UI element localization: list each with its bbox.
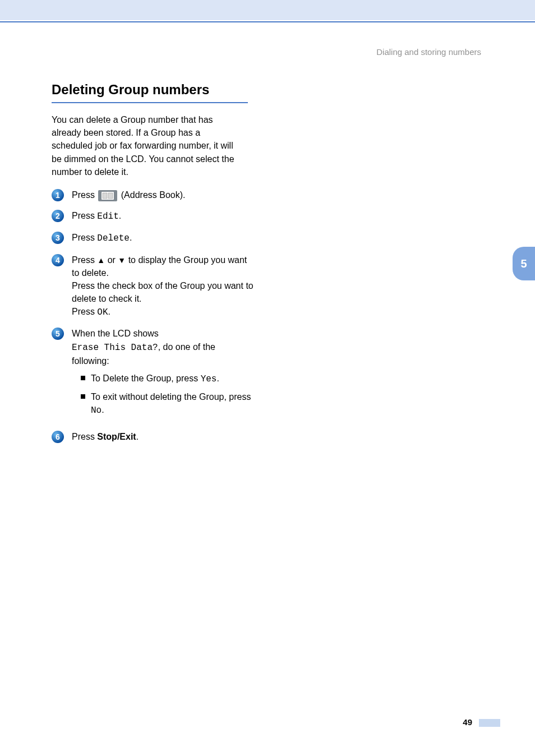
step-number-3-icon: 3 [52, 232, 64, 244]
svg-text:2: 2 [56, 211, 60, 220]
step-6-post: . [136, 432, 139, 441]
step-6-bold: Stop/Exit [97, 432, 136, 441]
step-4-l1b: or [105, 255, 118, 265]
step-5-bullet-2: To exit without deleting the Group, pres… [81, 390, 253, 417]
step-5-bullet-1: To Delete the Group, press Yes. [81, 372, 253, 386]
step-6-body: Press Stop/Exit. [72, 430, 253, 443]
address-book-icon [98, 190, 117, 201]
step-5-b1a: To Delete the Group, press [91, 374, 201, 383]
step-number-1-icon: 1 [52, 189, 64, 201]
page-number: 49 [463, 717, 472, 727]
step-5-b1b: . [216, 374, 219, 383]
up-arrow-icon: ▲ [97, 256, 105, 265]
step-3-post: . [130, 233, 132, 242]
step-2-post: . [119, 211, 121, 220]
step-6: 6 Press Stop/Exit. [52, 430, 253, 443]
step-3-body: Press Delete. [72, 231, 253, 245]
svg-text:3: 3 [56, 233, 60, 242]
footer-bar-icon [479, 719, 500, 727]
svg-text:4: 4 [56, 256, 60, 265]
svg-rect-3 [103, 193, 107, 199]
step-2-pre: Press [72, 211, 97, 220]
step-4-l3b: . [108, 307, 110, 316]
step-6-pre: Press [72, 432, 97, 441]
step-number-4-icon: 4 [52, 254, 64, 266]
step-number-2-icon: 2 [52, 210, 64, 222]
step-4-l2: Press the check box of the Group you wan… [72, 281, 253, 303]
title-rule [52, 102, 248, 103]
step-3-code: Delete [97, 233, 130, 243]
step-1-pre: Press [72, 190, 97, 200]
step-5-b2a: To exit without deleting the Group, pres… [91, 392, 251, 402]
step-4-l1a: Press [72, 255, 97, 265]
step-4-l3code: OK [97, 307, 108, 317]
page-title: Deleting Group numbers [52, 82, 253, 101]
step-3: 3 Press Delete. [52, 231, 253, 245]
step-4-body: Press ▲ or ▼ to display the Group you wa… [72, 253, 253, 320]
main-content: Deleting Group numbers You can delete a … [52, 82, 253, 451]
svg-text:1: 1 [56, 191, 60, 200]
step-5-body: When the LCD shows Erase This Data?, do … [72, 327, 253, 422]
step-5-code: Erase This Data? [72, 343, 158, 353]
step-2: 2 Press Edit. [52, 209, 253, 223]
step-4-l3a: Press [72, 307, 97, 316]
down-arrow-icon: ▼ [118, 256, 126, 265]
step-number-6-icon: 6 [52, 431, 64, 443]
svg-rect-4 [108, 193, 113, 199]
top-rule [0, 21, 535, 22]
svg-text:5: 5 [56, 329, 60, 338]
square-bullet-icon [81, 394, 85, 399]
top-band [0, 0, 535, 20]
square-bullet-icon [81, 376, 85, 380]
step-3-pre: Press [72, 233, 97, 242]
step-5: 5 When the LCD shows Erase This Data?, d… [52, 327, 253, 422]
step-5-b1code: Yes [201, 374, 217, 384]
step-1-body: Press (Address Book). [72, 188, 253, 201]
step-5-bullets: To Delete the Group, press Yes. To exit … [72, 372, 253, 418]
step-2-code: Edit [97, 211, 118, 222]
svg-text:6: 6 [56, 432, 60, 441]
chapter-tab: 5 [513, 247, 535, 280]
intro-paragraph: You can delete a Group number that has a… [52, 113, 242, 178]
step-1: 1 Press (Address Book). [52, 188, 253, 201]
step-5-b2code: No [91, 405, 102, 416]
step-5-b2b: . [102, 405, 104, 414]
step-5-l1: When the LCD shows [72, 329, 159, 338]
step-number-5-icon: 5 [52, 328, 64, 340]
step-2-body: Press Edit. [72, 209, 253, 223]
breadcrumb: Dialing and storing numbers [376, 47, 481, 57]
step-4: 4 Press ▲ or ▼ to display the Group you … [52, 253, 253, 320]
step-1-post: (Address Book). [118, 190, 185, 200]
